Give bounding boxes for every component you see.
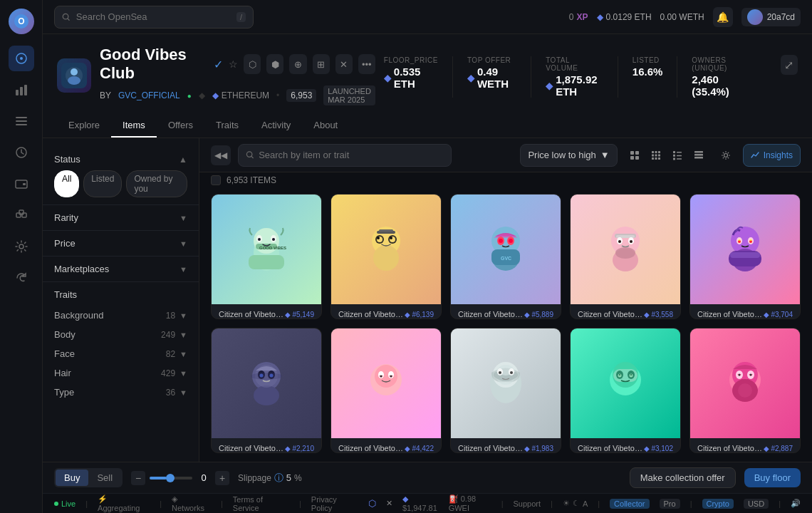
status-btn-owned[interactable]: Owned by you [126,170,187,197]
stat-listed: LISTED 16.6% [633,56,678,98]
svg-rect-6 [24,85,27,95]
status-btn-listed[interactable]: Listed [83,170,122,197]
sidebar-item-list[interactable] [9,108,34,134]
nft-card-5[interactable]: Citizen of Vibetown #... ◆ #3,704 0.539 … [689,194,801,319]
collapse-sidebar-btn[interactable]: ◀◀ [211,145,231,165]
verified-badge: ✓ [214,58,223,71]
tab-traits[interactable]: Traits [204,114,250,138]
sort-dropdown[interactable]: Price low to high ▼ [520,144,617,167]
grid-view-btn[interactable] [625,145,645,165]
nft-card-8[interactable]: Citizen of Vibetown #... ◆ #1,983 0.541 … [450,328,561,453]
svg-point-120 [619,374,620,375]
svg-point-69 [499,239,503,243]
search-input[interactable] [76,11,231,22]
tab-explore[interactable]: Explore [57,114,111,138]
svg-rect-54 [249,255,284,269]
sidebar-item-settings[interactable] [9,234,34,259]
twitter-icon[interactable]: ✕ [386,499,392,508]
sidebar-item-wallet[interactable] [9,171,34,197]
svg-rect-24 [635,151,639,155]
items-count-row: 6,953 ITEMS [199,172,812,185]
slider-track[interactable] [150,477,192,480]
list-view-btn[interactable] [667,145,687,165]
nft-card-10[interactable]: Citizen of Vibetown #... ◆ #2,887 0.543 … [689,328,801,453]
collector-pill[interactable]: Collector [610,499,649,509]
usd-pill[interactable]: USD [744,499,769,509]
slippage-info[interactable]: ⓘ [274,472,283,484]
copy-icon[interactable]: ⬢ [266,54,283,74]
trait-face[interactable]: Face 82 ▼ [54,344,187,363]
status-filter-buttons: All Listed Owned by you [54,170,187,197]
nft-card-2[interactable]: Citizen of Vibetown #... ◆ #6,139 0.535 … [330,194,442,319]
search-items-bar[interactable] [238,144,452,167]
trait-background[interactable]: Background 18 ▼ [54,306,187,325]
svg-point-93 [254,385,279,405]
bottom-bar: Buy Sell − 0 + Slippage ⓘ 5 % Make colle… [43,462,812,493]
privacy-link[interactable]: Privacy Policy [311,495,358,512]
status-bar: Live | ⚡ Aggregating | ◈ Networks | Term… [43,493,812,513]
sidebar-item-refresh[interactable] [9,265,34,291]
expand-icon[interactable]: ⤢ [781,55,798,75]
sidebar-item-stats[interactable] [9,77,34,103]
select-all-checkbox[interactable] [211,175,221,185]
terms-link[interactable]: Terms of Service [233,495,289,512]
more-icon[interactable]: ••• [358,54,375,74]
search-shortcut: / [236,12,246,22]
notifications-button[interactable]: 🔔 [713,7,733,27]
svg-rect-35 [658,157,660,160]
sidebar-item-collections[interactable] [9,202,34,228]
sidebar-item-explore[interactable] [9,46,34,71]
insights-button[interactable]: Insights [743,144,801,167]
tab-about[interactable]: About [302,114,349,138]
collection-logo [57,58,91,93]
trait-hair[interactable]: Hair 429 ▼ [54,363,187,383]
favorite-icon[interactable]: ☆ [229,58,238,70]
eth-usd-value: ◆ $1,947.81 [402,494,439,512]
svg-point-45 [724,153,727,157]
table-view-btn[interactable] [689,145,709,165]
nft-card-3[interactable]: GVC Citizen of Vibetown #71 ◆ #5,889 [450,194,561,319]
networks-label: ◈ Networks [172,494,211,512]
status-btn-all[interactable]: All [54,170,79,197]
svg-rect-30 [652,154,654,156]
crypto-pill[interactable]: Crypto [702,499,734,509]
tab-offers[interactable]: Offers [157,114,204,138]
sidebar-item-activity[interactable] [9,140,34,165]
volume-icon[interactable]: 🔊 [791,499,801,508]
share-icon[interactable]: ⬡ [244,54,261,74]
svg-text:GVC: GVC [501,256,511,261]
link-icon[interactable]: ⊕ [289,54,306,74]
nft-card-6[interactable]: Citizen of Vibetown #... ◆ #2,210 0.540 … [211,328,322,453]
tab-items[interactable]: Items [111,114,157,138]
buy-floor-button[interactable]: Buy floor [744,468,801,487]
nft-card-7[interactable]: Citizen of Vibetown #... ◆ #4,422 0.540 … [330,328,442,453]
nft-card-4[interactable]: Citizen of Vibetown #... ◆ #3,558 0.5388… [570,194,681,319]
svg-rect-91 [730,252,760,258]
globe-icon[interactable]: ⊞ [313,54,330,74]
total-items-label: 6,953 ITEMS [227,175,276,185]
creator-link[interactable]: GVC_OFFICIAL [118,90,180,100]
quantity-plus[interactable]: + [215,471,229,485]
tab-activity[interactable]: Activity [250,114,302,138]
collection-nav-tabs: Explore Items Offers Traits Activity Abo… [57,114,798,138]
buy-tab[interactable]: Buy [56,470,88,486]
discord-icon[interactable]: ⬡ [368,498,376,509]
search-items-input[interactable] [259,150,444,160]
pro-pill[interactable]: Pro [660,499,680,509]
sell-tab[interactable]: Sell [88,470,121,486]
search-bar[interactable]: / [54,6,254,28]
trait-body[interactable]: Body 249 ▼ [54,325,187,344]
nft-image-1: GOOD VIBES [212,195,321,304]
make-collection-offer-button[interactable]: Make collection offer [630,467,736,488]
trait-type[interactable]: Type 36 ▼ [54,383,187,402]
close-icon[interactable]: ✕ [335,54,353,74]
nft-card-9[interactable]: Citizen of Vibetown #... ◆ #3,102 0.542 … [570,328,681,453]
user-menu[interactable]: 20a7cd [741,8,801,26]
settings-btn[interactable] [716,145,736,165]
svg-point-112 [510,371,513,374]
svg-rect-13 [16,213,21,217]
nft-card-1[interactable]: GOOD VIBES Citizen [211,194,322,319]
grid-sm-view-btn[interactable] [646,145,666,165]
quantity-minus[interactable]: − [131,471,145,485]
support-link[interactable]: Support [514,499,541,508]
